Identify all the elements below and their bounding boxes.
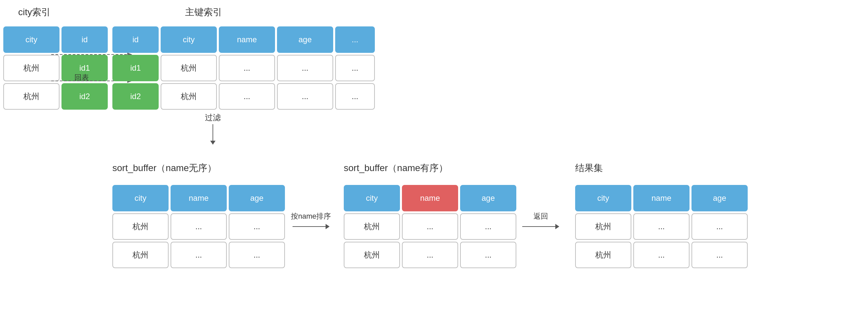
filter-text: 过滤 bbox=[205, 112, 221, 123]
sbs-row1-age: ... bbox=[460, 213, 516, 240]
sort-by-name-label: 按name排序 bbox=[291, 211, 331, 221]
sbu-row2-age: ... bbox=[229, 242, 285, 268]
sbu-header-name: name bbox=[170, 185, 227, 211]
primary-index-title: 主键索引 bbox=[185, 6, 222, 19]
rs-header-city: city bbox=[575, 185, 631, 211]
sbs-row2-city: 杭州 bbox=[344, 242, 400, 268]
ci-row1-city: 杭州 bbox=[3, 55, 60, 81]
pi-header-name: name bbox=[219, 26, 275, 53]
sbu-row1-name: ... bbox=[170, 213, 227, 240]
rs-header-name: name bbox=[633, 185, 689, 211]
sbs-header-name: name bbox=[402, 185, 458, 211]
pi-row2-name: ... bbox=[219, 83, 275, 110]
sbu-row1-age: ... bbox=[229, 213, 285, 240]
sort-buffer-sorted-table: city name age 杭州 ... ... 杭州 ... ... bbox=[344, 185, 516, 268]
rs-row2-age: ... bbox=[691, 242, 748, 268]
rs-row1-name: ... bbox=[633, 213, 689, 240]
pi-header-more: ... bbox=[335, 26, 375, 53]
ci-row2-id: id2 bbox=[61, 83, 108, 110]
sbs-row1-name: ... bbox=[402, 213, 458, 240]
sbs-row1-city: 杭州 bbox=[344, 213, 400, 240]
main-container: city索引 主键索引 city id 杭州 id1 杭州 id2 回表 bbox=[0, 0, 868, 321]
sort-arrow-container: 按name排序 bbox=[291, 211, 331, 229]
pi-header-age: age bbox=[277, 26, 333, 53]
result-set-title: 结果集 bbox=[575, 162, 603, 174]
return-arrow-container: 返回 bbox=[522, 211, 559, 229]
rs-row1-age: ... bbox=[691, 213, 748, 240]
pi-row2-city: 杭州 bbox=[161, 83, 217, 110]
filter-arrow bbox=[210, 124, 216, 145]
rs-row2-city: 杭州 bbox=[575, 242, 631, 268]
sbu-row1-city: 杭州 bbox=[113, 213, 168, 240]
pi-header-id: id bbox=[113, 26, 159, 53]
sort-buffer-unsorted-title: sort_buffer（name无序） bbox=[113, 162, 217, 174]
pi-row1-city: 杭州 bbox=[161, 55, 217, 81]
primary-index-table: id city name age ... id1 杭州 ... ... ... … bbox=[113, 26, 375, 110]
sort-buffer-sorted-title: sort_buffer（name有序） bbox=[344, 162, 448, 174]
sbs-row2-age: ... bbox=[460, 242, 516, 268]
filter-label: 过滤 bbox=[205, 112, 221, 145]
sbu-header-age: age bbox=[229, 185, 285, 211]
city-index-title: city索引 bbox=[18, 6, 51, 19]
pi-row1-more: ... bbox=[335, 55, 375, 81]
sort-buffer-unsorted-table: city name age 杭州 ... ... 杭州 ... ... bbox=[113, 185, 285, 268]
rs-header-age: age bbox=[691, 185, 748, 211]
sbs-header-city: city bbox=[344, 185, 400, 211]
sbu-header-city: city bbox=[113, 185, 168, 211]
ci-header-city: city bbox=[3, 26, 60, 53]
rs-row1-city: 杭州 bbox=[575, 213, 631, 240]
pi-row1-age: ... bbox=[277, 55, 333, 81]
sbs-header-age: age bbox=[460, 185, 516, 211]
city-index-table: city id 杭州 id1 杭州 id2 bbox=[3, 26, 108, 110]
pi-header-city: city bbox=[161, 26, 217, 53]
result-set-table: city name age 杭州 ... ... 杭州 ... ... bbox=[575, 185, 748, 268]
sbs-row2-name: ... bbox=[402, 242, 458, 268]
ci-header-id: id bbox=[61, 26, 108, 53]
pi-row1-name: ... bbox=[219, 55, 275, 81]
rs-row2-name: ... bbox=[633, 242, 689, 268]
return-label: 返回 bbox=[533, 211, 548, 221]
ci-row2-city: 杭州 bbox=[3, 83, 60, 110]
pi-row1-id: id1 bbox=[113, 55, 159, 81]
sbu-row2-city: 杭州 bbox=[113, 242, 168, 268]
sbu-row2-name: ... bbox=[170, 242, 227, 268]
pi-row2-id: id2 bbox=[113, 83, 159, 110]
pi-row2-more: ... bbox=[335, 83, 375, 110]
pi-row2-age: ... bbox=[277, 83, 333, 110]
